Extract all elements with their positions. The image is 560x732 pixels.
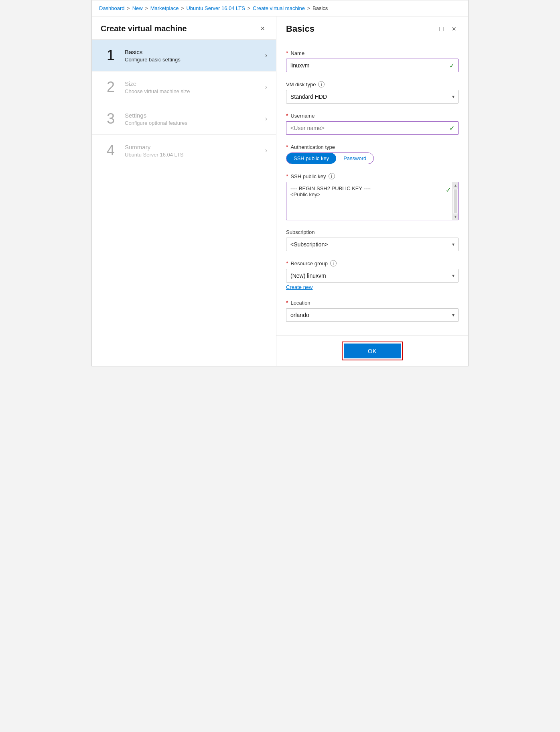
breadcrumb: Dashboard > New > Marketplace > Ubuntu S…: [92, 0, 468, 16]
ssh-scroll-up-button[interactable]: ▲: [453, 182, 458, 189]
auth-ssh-option[interactable]: SSH public key: [286, 153, 336, 164]
step-1-chevron-icon: ›: [265, 52, 267, 59]
ssh-scrollbar: ▲ ▼: [452, 182, 458, 220]
step-3-content: Settings Configure optional features: [125, 112, 265, 126]
auth-required-star: *: [286, 144, 288, 150]
username-required-star: *: [286, 112, 288, 119]
step-3-chevron-icon: ›: [265, 115, 267, 122]
maximize-button[interactable]: □: [437, 24, 446, 34]
step-2-chevron-icon: ›: [265, 83, 267, 91]
username-input[interactable]: [286, 121, 459, 135]
vm-disk-type-select-wrapper: Standard HDD Standard SSD Premium SSD ▾: [286, 90, 459, 104]
create-new-link[interactable]: Create new: [286, 284, 312, 290]
breadcrumb-new[interactable]: New: [132, 5, 143, 11]
left-panel-close-button[interactable]: ×: [258, 24, 267, 34]
subscription-select[interactable]: <Subscription>: [286, 238, 459, 251]
left-panel-title: Create virtual machine: [101, 24, 187, 33]
form-footer: OK: [276, 336, 468, 366]
step-1-item[interactable]: 1 Basics Configure basic settings ›: [92, 40, 276, 71]
ssh-textarea-wrapper: ---- BEGIN SSH2 PUBLIC KEY ---- <Public …: [286, 182, 459, 220]
location-group: * Location orlando ▾: [286, 299, 459, 322]
username-input-wrapper: ✓: [286, 121, 459, 135]
location-select-wrapper: orlando ▾: [286, 308, 459, 322]
step-2-desc: Choose virtual machine size: [125, 88, 265, 94]
resource-group-select[interactable]: (New) linuxvm: [286, 269, 459, 283]
ssh-check-icon: ✓: [446, 186, 451, 194]
location-required-star: *: [286, 299, 288, 306]
auth-type-group: * Authentication type SSH public key Pas…: [286, 144, 459, 164]
steps-list: 1 Basics Configure basic settings › 2 Si…: [92, 40, 276, 166]
ssh-required-star: *: [286, 173, 288, 179]
ssh-scroll-track: [454, 189, 457, 213]
step-1-number: 1: [101, 47, 121, 64]
ssh-key-label: * SSH public key i: [286, 173, 459, 179]
step-2-item[interactable]: 2 Size Choose virtual machine size ›: [92, 71, 276, 103]
step-4-content: Summary Ubuntu Server 16.04 LTS: [125, 144, 265, 158]
step-3-desc: Configure optional features: [125, 120, 265, 126]
step-2-content: Size Choose virtual machine size: [125, 80, 265, 94]
ok-button[interactable]: OK: [344, 344, 401, 358]
step-1-content: Basics Configure basic settings: [125, 49, 265, 63]
username-group: * Username ✓: [286, 112, 459, 135]
breadcrumb-dashboard[interactable]: Dashboard: [99, 5, 125, 11]
name-required-star: *: [286, 50, 288, 56]
step-3-item[interactable]: 3 Settings Configure optional features ›: [92, 103, 276, 135]
name-input-wrapper: ✓: [286, 59, 459, 72]
name-input[interactable]: [286, 59, 459, 72]
vm-disk-type-group: VM disk type i Standard HDD Standard SSD…: [286, 81, 459, 104]
main-layout: Create virtual machine × 1 Basics Config…: [92, 16, 468, 366]
location-select[interactable]: orlando: [286, 308, 459, 322]
ssh-scroll-down-button[interactable]: ▼: [453, 214, 458, 220]
right-panel: Basics □ × * Name ✓: [276, 16, 468, 366]
main-container: Dashboard > New > Marketplace > Ubuntu S…: [91, 0, 469, 366]
ssh-key-textarea[interactable]: ---- BEGIN SSH2 PUBLIC KEY ---- <Public …: [286, 182, 458, 218]
step-3-number: 3: [101, 110, 121, 127]
ssh-key-group: * SSH public key i ---- BEGIN SSH2 PUBLI…: [286, 173, 459, 220]
location-label: * Location: [286, 299, 459, 306]
breadcrumb-ubuntu[interactable]: Ubuntu Server 16.04 LTS: [186, 5, 245, 11]
sep-4: >: [248, 6, 250, 11]
right-panel-close-button[interactable]: ×: [449, 24, 459, 34]
vm-disk-type-select[interactable]: Standard HDD Standard SSD Premium SSD: [286, 90, 459, 104]
left-panel: Create virtual machine × 1 Basics Config…: [92, 16, 276, 366]
username-label: * Username: [286, 112, 459, 119]
auth-password-option[interactable]: Password: [336, 153, 373, 164]
step-4-title: Summary: [125, 144, 265, 150]
step-4-chevron-icon: ›: [265, 147, 267, 154]
sep-3: >: [181, 6, 184, 11]
resource-group-label: * Resource group i: [286, 260, 459, 266]
resource-group-select-wrapper: (New) linuxvm ▾: [286, 269, 459, 283]
step-4-item[interactable]: 4 Summary Ubuntu Server 16.04 LTS ›: [92, 135, 276, 166]
breadcrumb-create-vm[interactable]: Create virtual machine: [253, 5, 305, 11]
breadcrumb-marketplace[interactable]: Marketplace: [150, 5, 179, 11]
vm-disk-type-label: VM disk type i: [286, 81, 459, 87]
ssh-info-icon: i: [329, 173, 335, 179]
resource-group-required-star: *: [286, 260, 288, 266]
left-panel-header: Create virtual machine ×: [92, 16, 276, 40]
right-panel-actions: □ ×: [437, 24, 459, 34]
subscription-label: Subscription: [286, 229, 459, 235]
sep-2: >: [145, 6, 148, 11]
auth-type-label: * Authentication type: [286, 144, 459, 150]
subscription-group: Subscription <Subscription> ▾: [286, 229, 459, 251]
right-panel-header: Basics □ ×: [276, 16, 468, 40]
step-1-desc: Configure basic settings: [125, 57, 265, 63]
step-4-desc: Ubuntu Server 16.04 LTS: [125, 152, 265, 158]
step-4-number: 4: [101, 142, 121, 159]
sep-1: >: [127, 6, 130, 11]
name-label: * Name: [286, 50, 459, 56]
subscription-select-wrapper: <Subscription> ▾: [286, 238, 459, 251]
name-check-icon: ✓: [449, 62, 454, 69]
resource-group-info-icon: i: [330, 260, 337, 266]
step-1-title: Basics: [125, 49, 265, 55]
name-group: * Name ✓: [286, 50, 459, 72]
step-2-title: Size: [125, 80, 265, 87]
right-panel-title: Basics: [286, 24, 314, 34]
step-2-number: 2: [101, 79, 121, 96]
breadcrumb-current: Basics: [312, 5, 328, 11]
step-3-title: Settings: [125, 112, 265, 119]
resource-group-group: * Resource group i (New) linuxvm ▾ Creat…: [286, 260, 459, 291]
form-body: * Name ✓ VM disk type i: [276, 40, 468, 336]
username-check-icon: ✓: [449, 124, 454, 132]
sep-5: >: [307, 6, 310, 11]
